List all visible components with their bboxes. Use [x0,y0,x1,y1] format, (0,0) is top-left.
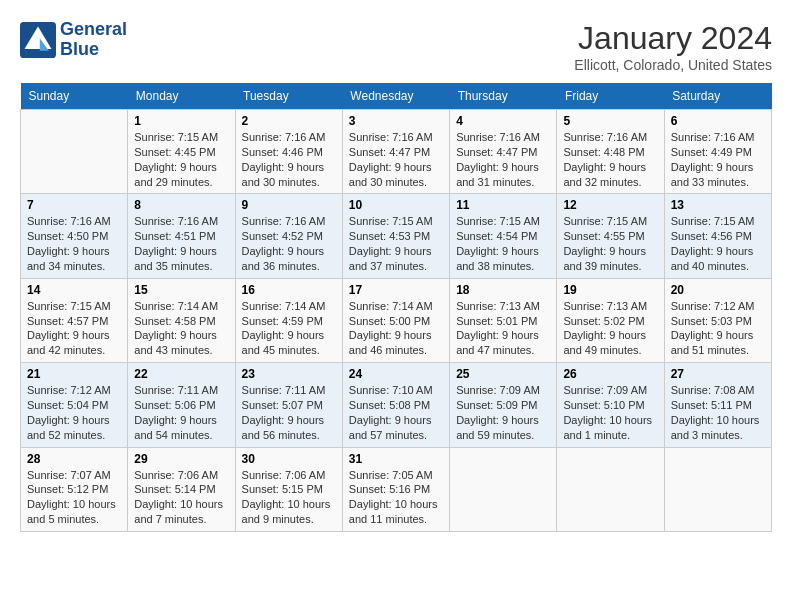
sunrise-text: Sunrise: 7:13 AM [563,299,657,314]
day-number: 22 [134,367,228,381]
day-number: 4 [456,114,550,128]
sunset-text: Sunset: 5:14 PM [134,482,228,497]
daylight-text: Daylight: 9 hours and 59 minutes. [456,413,550,443]
day-number: 8 [134,198,228,212]
week-row-1: 7 Sunrise: 7:16 AM Sunset: 4:50 PM Dayli… [21,194,772,278]
day-number: 6 [671,114,765,128]
day-info: Sunrise: 7:13 AM Sunset: 5:02 PM Dayligh… [563,299,657,358]
daylight-text: Daylight: 9 hours and 57 minutes. [349,413,443,443]
daylight-text: Daylight: 9 hours and 56 minutes. [242,413,336,443]
calendar-cell: 15 Sunrise: 7:14 AM Sunset: 4:58 PM Dayl… [128,278,235,362]
month-title: January 2024 [574,20,772,57]
day-number: 25 [456,367,550,381]
day-number: 13 [671,198,765,212]
day-number: 30 [242,452,336,466]
day-info: Sunrise: 7:09 AM Sunset: 5:10 PM Dayligh… [563,383,657,442]
day-info: Sunrise: 7:16 AM Sunset: 4:52 PM Dayligh… [242,214,336,273]
day-info: Sunrise: 7:06 AM Sunset: 5:14 PM Dayligh… [134,468,228,527]
sunrise-text: Sunrise: 7:15 AM [671,214,765,229]
sunrise-text: Sunrise: 7:08 AM [671,383,765,398]
day-number: 15 [134,283,228,297]
sunset-text: Sunset: 5:01 PM [456,314,550,329]
daylight-text: Daylight: 9 hours and 39 minutes. [563,244,657,274]
weekday-header-thursday: Thursday [450,83,557,110]
sunrise-text: Sunrise: 7:14 AM [134,299,228,314]
sunrise-text: Sunrise: 7:15 AM [349,214,443,229]
sunrise-text: Sunrise: 7:05 AM [349,468,443,483]
calendar-cell: 12 Sunrise: 7:15 AM Sunset: 4:55 PM Dayl… [557,194,664,278]
weekday-header-row: SundayMondayTuesdayWednesdayThursdayFrid… [21,83,772,110]
day-info: Sunrise: 7:16 AM Sunset: 4:48 PM Dayligh… [563,130,657,189]
calendar-cell: 18 Sunrise: 7:13 AM Sunset: 5:01 PM Dayl… [450,278,557,362]
sunset-text: Sunset: 5:02 PM [563,314,657,329]
day-info: Sunrise: 7:11 AM Sunset: 5:07 PM Dayligh… [242,383,336,442]
daylight-text: Daylight: 9 hours and 47 minutes. [456,328,550,358]
day-number: 26 [563,367,657,381]
daylight-text: Daylight: 9 hours and 30 minutes. [242,160,336,190]
title-block: January 2024 Ellicott, Colorado, United … [574,20,772,73]
day-info: Sunrise: 7:15 AM Sunset: 4:54 PM Dayligh… [456,214,550,273]
weekday-header-saturday: Saturday [664,83,771,110]
sunset-text: Sunset: 5:10 PM [563,398,657,413]
daylight-text: Daylight: 9 hours and 45 minutes. [242,328,336,358]
weekday-header-monday: Monday [128,83,235,110]
sunset-text: Sunset: 4:45 PM [134,145,228,160]
calendar-cell: 26 Sunrise: 7:09 AM Sunset: 5:10 PM Dayl… [557,363,664,447]
sunset-text: Sunset: 4:47 PM [456,145,550,160]
day-number: 2 [242,114,336,128]
sunset-text: Sunset: 4:54 PM [456,229,550,244]
day-info: Sunrise: 7:15 AM Sunset: 4:56 PM Dayligh… [671,214,765,273]
day-info: Sunrise: 7:13 AM Sunset: 5:01 PM Dayligh… [456,299,550,358]
logo-icon [20,22,56,58]
calendar-cell: 4 Sunrise: 7:16 AM Sunset: 4:47 PM Dayli… [450,110,557,194]
week-row-3: 21 Sunrise: 7:12 AM Sunset: 5:04 PM Dayl… [21,363,772,447]
sunset-text: Sunset: 5:09 PM [456,398,550,413]
day-info: Sunrise: 7:08 AM Sunset: 5:11 PM Dayligh… [671,383,765,442]
sunset-text: Sunset: 4:49 PM [671,145,765,160]
calendar-cell: 11 Sunrise: 7:15 AM Sunset: 4:54 PM Dayl… [450,194,557,278]
sunrise-text: Sunrise: 7:09 AM [563,383,657,398]
sunrise-text: Sunrise: 7:16 AM [134,214,228,229]
day-number: 5 [563,114,657,128]
sunrise-text: Sunrise: 7:16 AM [563,130,657,145]
daylight-text: Daylight: 9 hours and 30 minutes. [349,160,443,190]
weekday-header-friday: Friday [557,83,664,110]
calendar-cell: 14 Sunrise: 7:15 AM Sunset: 4:57 PM Dayl… [21,278,128,362]
day-info: Sunrise: 7:15 AM Sunset: 4:45 PM Dayligh… [134,130,228,189]
day-info: Sunrise: 7:14 AM Sunset: 5:00 PM Dayligh… [349,299,443,358]
sunset-text: Sunset: 4:56 PM [671,229,765,244]
sunrise-text: Sunrise: 7:16 AM [242,214,336,229]
calendar-cell: 25 Sunrise: 7:09 AM Sunset: 5:09 PM Dayl… [450,363,557,447]
week-row-0: 1 Sunrise: 7:15 AM Sunset: 4:45 PM Dayli… [21,110,772,194]
calendar-cell: 30 Sunrise: 7:06 AM Sunset: 5:15 PM Dayl… [235,447,342,531]
day-info: Sunrise: 7:09 AM Sunset: 5:09 PM Dayligh… [456,383,550,442]
sunrise-text: Sunrise: 7:13 AM [456,299,550,314]
daylight-text: Daylight: 9 hours and 36 minutes. [242,244,336,274]
day-info: Sunrise: 7:16 AM Sunset: 4:47 PM Dayligh… [349,130,443,189]
sunset-text: Sunset: 5:16 PM [349,482,443,497]
daylight-text: Daylight: 9 hours and 33 minutes. [671,160,765,190]
calendar-cell: 20 Sunrise: 7:12 AM Sunset: 5:03 PM Dayl… [664,278,771,362]
day-info: Sunrise: 7:07 AM Sunset: 5:12 PM Dayligh… [27,468,121,527]
sunset-text: Sunset: 4:52 PM [242,229,336,244]
logo-text: General Blue [60,20,127,60]
day-number: 31 [349,452,443,466]
day-info: Sunrise: 7:15 AM Sunset: 4:53 PM Dayligh… [349,214,443,273]
daylight-text: Daylight: 10 hours and 5 minutes. [27,497,121,527]
sunset-text: Sunset: 4:48 PM [563,145,657,160]
sunrise-text: Sunrise: 7:12 AM [27,383,121,398]
daylight-text: Daylight: 9 hours and 52 minutes. [27,413,121,443]
calendar-cell: 2 Sunrise: 7:16 AM Sunset: 4:46 PM Dayli… [235,110,342,194]
sunset-text: Sunset: 4:51 PM [134,229,228,244]
day-number: 28 [27,452,121,466]
day-info: Sunrise: 7:16 AM Sunset: 4:50 PM Dayligh… [27,214,121,273]
daylight-text: Daylight: 9 hours and 37 minutes. [349,244,443,274]
day-number: 16 [242,283,336,297]
day-number: 12 [563,198,657,212]
daylight-text: Daylight: 9 hours and 42 minutes. [27,328,121,358]
daylight-text: Daylight: 9 hours and 38 minutes. [456,244,550,274]
sunrise-text: Sunrise: 7:14 AM [242,299,336,314]
weekday-header-tuesday: Tuesday [235,83,342,110]
day-number: 18 [456,283,550,297]
calendar-cell: 1 Sunrise: 7:15 AM Sunset: 4:45 PM Dayli… [128,110,235,194]
